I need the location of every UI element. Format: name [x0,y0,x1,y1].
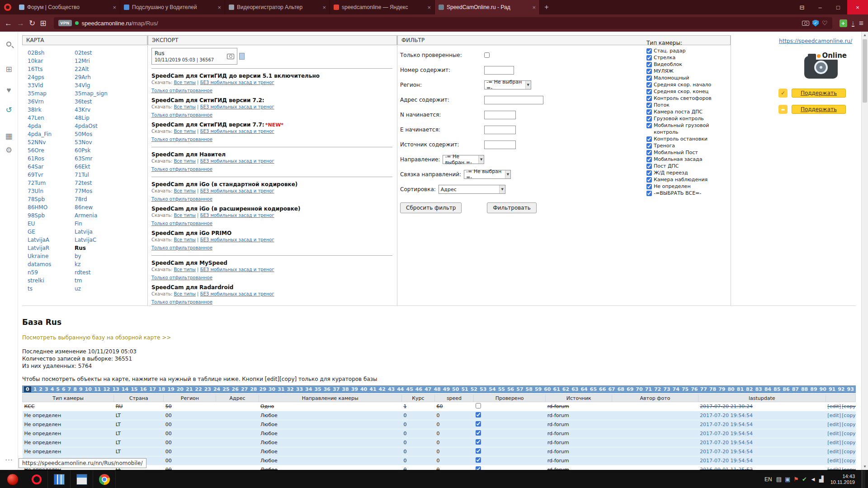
page-link[interactable]: 47 [425,386,431,392]
camera-type-checkbox[interactable] [646,48,652,54]
page-link[interactable]: 37 [333,386,340,392]
map-db-link[interactable]: rdtest [75,268,147,277]
edit-link[interactable]: [edit] [827,458,841,464]
flag-icon[interactable]: ⚑ [793,476,799,482]
map-db-link[interactable]: 66Ekt [75,163,147,171]
map-db-link[interactable]: Ukraine [28,252,75,260]
page-link[interactable]: 41 [369,386,376,392]
page-link[interactable]: 24 [213,386,220,392]
camera-type-checkbox[interactable] [646,191,652,196]
map-db-link[interactable]: 35map [28,89,75,98]
apply-filter-button[interactable]: Фильтровать [487,202,536,213]
map-db-link[interactable]: 16Tts [28,65,75,73]
verified-checkbox[interactable] [476,457,481,463]
site-home-link[interactable]: https://speedcamonline.ru/ [735,38,852,44]
camera-type-checkbox[interactable] [646,69,652,74]
verified-checkbox[interactable] [476,412,481,418]
maximize-button[interactable]: □ [829,0,847,14]
page-link[interactable]: 26 [232,386,239,392]
camera-type-option[interactable]: Средняя скор. начало [646,81,731,88]
edit-link[interactable]: [edit] [827,431,841,436]
page-link[interactable]: 30 [269,386,275,392]
camera-type-option[interactable]: Видеоблок [646,61,731,68]
new-tab-button[interactable]: + [540,0,553,14]
tab-close-icon[interactable]: × [532,4,536,11]
browser-tab[interactable]: Видеорегистратор Альтер × [225,0,330,14]
page-link[interactable]: 85 [774,386,780,392]
download-all-types-link[interactable]: Все типы [174,129,195,134]
camera-type-checkbox[interactable] [646,177,652,183]
map-db-link[interactable]: by [75,252,147,260]
map-db-link[interactable]: 24gps [28,73,75,81]
download-filtered-link[interactable]: Только отфильтрованное [151,113,212,117]
bookmark-heart-icon[interactable]: ♡ [822,20,828,26]
page-link[interactable]: 55 [498,386,505,392]
page-link[interactable]: 66 [599,386,606,392]
taskbar-opera[interactable] [25,470,48,488]
page-link[interactable]: 0 [24,386,31,392]
taskbar-chrome[interactable] [93,470,116,488]
downloads-icon[interactable]: ↓ [852,19,855,27]
map-db-link[interactable]: 50Mos [75,130,147,138]
camera-type-checkbox[interactable] [646,150,652,155]
bookmarks-icon[interactable]: ♥ [6,86,11,94]
camera-type-checkbox[interactable] [646,123,652,128]
page-link[interactable]: 43 [388,386,395,392]
page-link[interactable]: 45 [406,386,413,392]
keyboard-layout-icon[interactable]: ▤ [776,476,782,482]
map-db-link[interactable]: 73Uln [28,187,75,195]
page-link[interactable]: 84 [764,386,771,392]
opera-logo-icon[interactable] [0,0,15,14]
table-row[interactable]: Не определен LT 00 Любое 0 0 rd-forum [23,456,856,465]
tab-close-icon[interactable]: × [427,4,431,11]
page-link[interactable]: 1 [33,386,37,392]
region-select[interactable]: -= Не выбран =-▼ [484,80,531,89]
edit-link[interactable]: [edit] [827,404,841,409]
map-db-link[interactable]: 72Tum [28,179,75,187]
page-link[interactable]: 5 [56,386,60,392]
map-db-link[interactable]: 71Tul [75,171,147,179]
map-db-link[interactable]: Rus [75,244,147,252]
page-link[interactable]: 63 [571,386,578,392]
snapshot-icon[interactable] [802,21,809,26]
page-link[interactable]: 39 [351,386,358,392]
page-link[interactable]: 74 [673,386,679,392]
camera-type-option[interactable]: Контроль светофоров [646,95,731,102]
show-desktop-button[interactable] [862,470,865,488]
map-db-link[interactable]: n59 [28,268,75,277]
map-db-link[interactable]: 36Vrn [28,98,75,106]
page-link[interactable]: 29 [259,386,266,392]
page-link[interactable]: 8 [73,386,77,392]
map-db-link[interactable]: 47Len [28,114,75,122]
page-link[interactable]: 54 [489,386,495,392]
camera-type-option[interactable]: Грузовой контроль [646,115,731,122]
page-link[interactable]: 7 [68,386,71,392]
page-link[interactable]: 4 [51,386,54,392]
download-no-ambush-link[interactable]: БЕЗ мобильных засад и треног [200,104,274,109]
taskbar-clock[interactable]: 14:43 10.11.2019 [827,474,859,485]
map-db-link[interactable]: 38Irk [28,106,75,114]
page-link[interactable]: 72 [654,386,661,392]
map-db-link[interactable]: 86new [75,203,147,211]
page-link[interactable]: 69 [627,386,633,392]
page-link[interactable]: 6 [62,386,66,392]
page-link[interactable]: 67 [608,386,615,392]
view-on-map-link[interactable]: Посмотреть выбранную базу на обзорной ка… [22,334,171,341]
download-all-types-link[interactable]: Все типы [174,104,195,109]
history-icon[interactable]: ↺ [5,106,12,114]
camera-type-checkbox[interactable] [646,184,652,189]
plugin-icon[interactable]: + [840,19,847,27]
volume-icon[interactable]: ◄ [810,476,816,482]
page-link[interactable]: 93 [847,386,854,392]
page-link[interactable]: 90 [820,386,826,392]
page-link[interactable]: 76 [691,386,698,392]
page-link[interactable]: 48 [434,386,440,392]
map-db-link[interactable]: 34Vlg [75,81,147,89]
copy-link[interactable]: [copy] [842,467,855,470]
camera-type-checkbox[interactable] [646,164,652,169]
verified-checkbox[interactable] [476,439,481,445]
page-link[interactable]: 82 [746,386,753,392]
camera-type-checkbox[interactable] [646,89,652,94]
page-link[interactable]: 73 [663,386,670,392]
table-row[interactable]: Не определен LT 00 Любое 0 0 rd-forum [23,411,856,420]
